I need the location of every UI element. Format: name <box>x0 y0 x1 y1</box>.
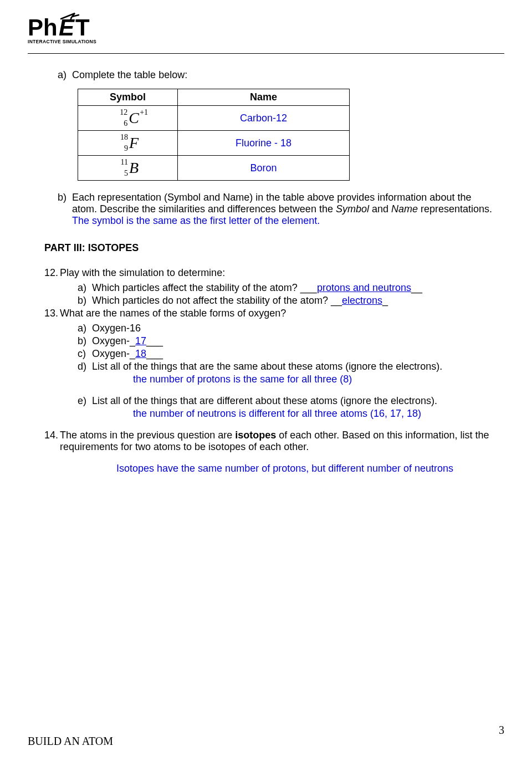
q12-b-answer: electrons <box>342 295 382 306</box>
name-cell: Fluorine - 18 <box>178 131 350 156</box>
symbol-cell: 12 6 C +1 <box>78 106 178 131</box>
question-12: 12. Play with the simulation to determin… <box>44 267 493 279</box>
qa-label: a) <box>58 69 66 80</box>
q13-num: 13. <box>44 308 60 319</box>
q13-b: b) Oxygen-_17___ <box>78 335 493 347</box>
footer-title: BUILD AN ATOM <box>28 735 113 747</box>
q13-c-answer: 18 <box>135 348 146 359</box>
question-a: a) Complete the table below: <box>44 69 493 81</box>
q14-text: The atoms in the previous question are i… <box>60 430 493 453</box>
q13-d: d) List all of the things that are the s… <box>78 361 493 372</box>
q12-b: b) Which particles do not affect the sta… <box>78 295 493 307</box>
svg-text:T: T <box>75 14 90 40</box>
q12-num: 12. <box>44 267 60 279</box>
q14-num: 14. <box>44 430 60 453</box>
svg-text:Ph: Ph <box>28 14 58 40</box>
q13-c: c) Oxygen-_18___ <box>78 348 493 360</box>
q13-e: e) List all of the things that are diffe… <box>78 395 493 407</box>
header-divider <box>28 53 504 54</box>
footer: 3 BUILD AN ATOM <box>28 735 504 748</box>
qb-answer: The symbol is the same as the first lett… <box>72 215 320 226</box>
qb-body: Each representation (Symbol and Name) in… <box>72 192 493 227</box>
question-13: 13. What are the names of the stable for… <box>44 308 493 319</box>
th-name: Name <box>178 89 350 106</box>
question-b: b) Each representation (Symbol and Name)… <box>44 192 493 227</box>
q12-a-answer: protons and neutrons <box>317 282 411 293</box>
q13-text: What are the names of the stable forms o… <box>60 308 286 319</box>
isotope-table: Symbol Name 12 6 C +1 Carbon-12 18 9 F <box>78 89 350 181</box>
table-row: 18 9 F Fluorine - 18 <box>78 131 350 156</box>
table-row: 11 5 B Boron <box>78 156 350 181</box>
symbol-cell: 18 9 F <box>78 131 178 156</box>
q13-a: a) Oxygen-16 <box>78 323 493 334</box>
name-cell: Carbon-12 <box>178 106 350 131</box>
part3-heading: PART III: ISOTOPES <box>44 242 493 254</box>
q13-e-answer: the number of neutrons is different for … <box>78 408 493 420</box>
q13-d-answer: the number of protons is the same for al… <box>78 374 493 385</box>
table-row: 12 6 C +1 Carbon-12 <box>78 106 350 131</box>
phet-logo: Ph E T INTERACTIVE SIMULATIONS <box>28 12 504 50</box>
page-number: 3 <box>499 724 504 737</box>
qb-label: b) <box>58 192 72 227</box>
symbol-cell: 11 5 B <box>78 156 178 181</box>
svg-text:INTERACTIVE SIMULATIONS: INTERACTIVE SIMULATIONS <box>28 39 96 44</box>
name-cell: Boron <box>178 156 350 181</box>
q12-a: a) Which particles affect the stability … <box>78 282 493 294</box>
qa-prompt: Complete the table below: <box>72 69 187 80</box>
q12-text: Play with the simulation to determine: <box>60 267 225 279</box>
th-symbol: Symbol <box>78 89 178 106</box>
question-14: 14. The atoms in the previous question a… <box>44 430 493 453</box>
q14-answer: Isotopes have the same number of protons… <box>44 463 493 474</box>
q13-b-answer: 17 <box>135 335 146 346</box>
